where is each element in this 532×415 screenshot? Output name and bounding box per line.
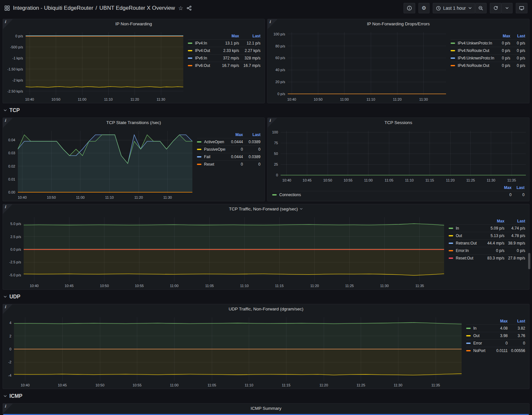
svg-text:10:40: 10:40 xyxy=(18,195,27,199)
panel-info-icon[interactable]: i xyxy=(268,118,277,128)
breadcrumb-folder[interactable]: Integration - Ubiquiti EdgeRouter xyxy=(13,5,93,11)
legend-row[interactable]: NoPort0.01110.00556 xyxy=(466,347,525,354)
legend-series-name[interactable]: Out xyxy=(473,333,490,338)
legend-series-name[interactable]: IPv4:NoRoute:Out xyxy=(458,48,495,53)
section-row-icmp[interactable]: ICMP xyxy=(3,392,529,401)
legend-row[interactable]: Out5.13 p/s4.78 p/s xyxy=(449,232,525,239)
legend-max-value: 0 p/s xyxy=(495,41,510,45)
panel-title[interactable]: UDP Traffic, Non-Forward (dgram/sec) xyxy=(229,307,304,311)
legend-series-name[interactable]: PassiveOpen xyxy=(204,147,225,152)
panel-info-icon[interactable]: i xyxy=(3,204,13,214)
svg-text:11:10: 11:10 xyxy=(245,383,253,387)
dashboard-title[interactable]: UBNT EdgeRouter X Overview xyxy=(99,5,175,11)
legend-series-name[interactable]: Connections xyxy=(279,193,499,197)
legend-row[interactable]: IPv6:Out16.7 mp/s16.7 mp/s xyxy=(188,62,260,69)
panel-header[interactable]: UDP Traffic, Non-Forward (dgram/sec) xyxy=(3,304,529,313)
time-range-label: Last 1 hour xyxy=(443,6,466,11)
legend-row[interactable]: Error00 xyxy=(466,339,525,347)
refresh-button[interactable] xyxy=(490,3,502,13)
legend-row[interactable]: In5.09 p/s4.74 p/s xyxy=(449,224,525,232)
legend-row[interactable]: Retrans:Out44.4 mp/s38.9 mp/s xyxy=(449,239,525,247)
legend-series-name[interactable]: IPv4:UnkwnProto:In xyxy=(458,41,495,45)
timeseries-chart[interactable]: 100 p/s80 p/s60 p/s40 p/s20 p/s0 p/s10:4… xyxy=(268,28,449,103)
legend-series-name[interactable]: IPv4:In xyxy=(195,41,218,45)
legend-series-name[interactable]: In xyxy=(473,326,490,331)
panel-info-icon[interactable]: i xyxy=(3,118,13,128)
timeseries-chart[interactable]: 0.040.030.020.010.0010:4010:5011:0011:10… xyxy=(3,127,196,201)
timeseries-chart[interactable]: 100755025010:4010:4510:5010:5511:0011:05… xyxy=(268,127,529,184)
panel-info-icon[interactable]: i xyxy=(268,19,277,29)
legend-series-name[interactable]: NoPort xyxy=(473,348,490,353)
panel-header[interactable]: TCP Traffic, Non-Forward (seg/sec) xyxy=(3,204,529,213)
legend-row[interactable]: IPv4:Out2.33 kp/s2.27 kp/s xyxy=(188,47,260,54)
panel-title[interactable]: ICMP Summary xyxy=(250,406,281,411)
legend-series-name[interactable]: Fail xyxy=(204,155,225,159)
panel-header[interactable]: TCP Sessions xyxy=(268,118,529,127)
legend-row[interactable]: IPv4:UnkwnProto:In0 p/s0 p/s xyxy=(451,39,525,47)
zoom-out-time-button[interactable] xyxy=(475,3,487,13)
legend-series-name[interactable]: IPv6:Out xyxy=(195,63,218,68)
legend-series-name[interactable]: Error xyxy=(473,341,490,346)
refresh-interval-dropdown[interactable] xyxy=(502,3,513,13)
panel-info-icon[interactable]: i xyxy=(3,19,13,29)
section-row-tcp[interactable]: TCP xyxy=(3,106,529,115)
panel-header[interactable]: IP Non-Forwarding Drops/Errors xyxy=(268,19,529,28)
apps-grid-icon[interactable] xyxy=(5,6,10,11)
panel-title[interactable]: TCP Sessions xyxy=(384,120,412,125)
kiosk-mode-button[interactable] xyxy=(516,3,527,13)
svg-text:-1.50 kp/s: -1.50 kp/s xyxy=(7,67,23,71)
panel-menu-chevron-icon[interactable] xyxy=(299,207,303,211)
legend-row[interactable]: Reset00 xyxy=(197,160,260,168)
dashboard-settings-button[interactable]: ⚙ xyxy=(418,3,429,13)
panel-title[interactable]: TCP State Transitions (/sec) xyxy=(106,120,161,125)
panel-header[interactable]: IP Non-Forwarding xyxy=(3,19,264,28)
svg-text:11:35: 11:35 xyxy=(507,178,516,182)
legend-row[interactable]: Out3.983.76 xyxy=(466,332,525,339)
panel-info-icon[interactable]: i xyxy=(3,304,13,314)
scrollbar-thumb[interactable] xyxy=(528,253,530,269)
panel-title[interactable]: IP Non-Forwarding Drops/Errors xyxy=(367,21,429,26)
legend-series-name[interactable]: IPv4:Out xyxy=(195,48,218,53)
panel-title[interactable]: IP Non-Forwarding xyxy=(115,21,152,26)
panel-header[interactable]: ICMP Summary xyxy=(3,404,529,413)
legend-series-name[interactable]: Reset:Out xyxy=(456,256,484,260)
legend-series-name[interactable]: In xyxy=(456,226,484,231)
time-range-picker[interactable]: Last 1 hour xyxy=(433,3,475,13)
legend-row[interactable]: IPv6:UnknwnProto:In0 p/s0 p/s xyxy=(451,54,525,62)
legend-row[interactable]: In4.083.82 xyxy=(466,324,525,332)
legend-series-name[interactable]: ActiveOpen xyxy=(204,140,225,144)
svg-text:11:00: 11:00 xyxy=(78,97,87,101)
legend-series-name[interactable]: Retrans:Out xyxy=(456,241,484,245)
timeseries-chart[interactable]: 420-2-410:4010:4510:5010:5511:0011:0511:… xyxy=(3,313,465,389)
legend-series-name[interactable]: IPv6:UnknwnProto:In xyxy=(458,56,495,60)
svg-text:2: 2 xyxy=(9,334,11,338)
legend-series-name[interactable]: Reset xyxy=(204,162,225,167)
legend-max-value: 44.4 mp/s xyxy=(484,241,504,245)
legend-row[interactable]: IPv6:NoRoute:Out0 p/s0 p/s xyxy=(451,62,525,69)
timeseries-chart[interactable]: 0 p/s-500 p/s-1 kp/s-1.50 kp/s-2 kp/s-2.… xyxy=(3,28,187,103)
panel-header[interactable]: TCP State Transitions (/sec) xyxy=(3,118,264,127)
legend-max-value: 0 xyxy=(490,341,508,346)
legend-row[interactable]: Connections00 xyxy=(272,191,525,198)
svg-text:0.00: 0.00 xyxy=(8,190,15,194)
legend-row[interactable]: Fail0.04440.0389 xyxy=(197,153,260,160)
legend-series-name[interactable]: Error:In xyxy=(456,248,484,253)
star-icon[interactable]: ☆ xyxy=(178,6,183,11)
legend-row[interactable]: PassiveOpen00 xyxy=(197,145,260,153)
legend-series-name[interactable]: Out xyxy=(456,233,484,238)
legend-row[interactable]: ActiveOpen0.04440.0389 xyxy=(197,138,260,145)
legend-row[interactable]: IPv4:NoRoute:Out0 p/s0 p/s xyxy=(451,47,525,54)
legend-row[interactable]: Reset:Out83.3 mp/s27.8 mp/s xyxy=(449,254,525,262)
legend-row[interactable]: IPv4:In13.1 p/s12.1 p/s xyxy=(188,39,260,47)
share-icon[interactable] xyxy=(187,6,192,11)
legend-row[interactable]: IPv6:In372 mp/s328 mp/s xyxy=(188,54,260,62)
legend-series-name[interactable]: IPv6:In xyxy=(195,56,218,60)
legend-row[interactable]: Error:In0 p/s0 p/s xyxy=(449,247,525,254)
timeseries-chart[interactable]: 5.0 p/s2.5 p/s0.0 p/s-2.5 p/s-5.0 p/s10:… xyxy=(3,213,447,289)
panel-title[interactable]: TCP Traffic, Non-Forward (seg/sec) xyxy=(229,207,298,211)
section-row-udp[interactable]: UDP xyxy=(3,292,529,301)
legend-series-name[interactable]: IPv6:NoRoute:Out xyxy=(458,63,495,68)
dashboard-info-button[interactable] xyxy=(404,3,415,13)
series-color-dash xyxy=(451,65,455,66)
panel-info-icon[interactable]: i xyxy=(3,404,13,413)
